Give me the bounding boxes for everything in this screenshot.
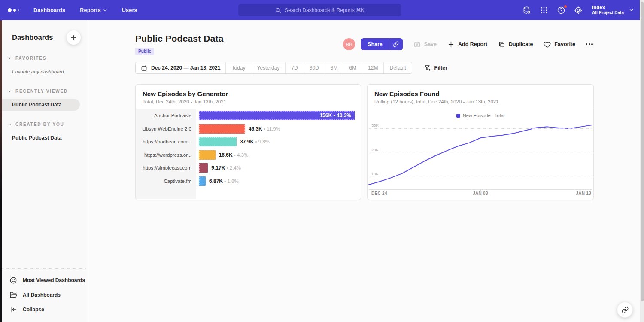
plus-icon	[447, 41, 455, 48]
sidebar-title: Dashboards	[12, 33, 53, 42]
bar-category-label: https://wordpress.or...	[136, 149, 196, 162]
bar-category-label: Anchor Podcasts	[136, 109, 196, 122]
range-preset-today[interactable]: Today	[225, 62, 251, 73]
collapse-icon	[9, 306, 17, 313]
duplicate-icon	[498, 41, 505, 48]
apps-grid-icon[interactable]	[540, 6, 548, 15]
bar-value-label: 37.9K • 9.8%	[240, 139, 270, 145]
filter-button[interactable]: Filter	[424, 64, 448, 71]
save-button[interactable]: Save	[413, 41, 437, 48]
preset-buttons: TodayYesterday7D30D3M6M12MDefault	[225, 62, 411, 73]
chevron-down-icon	[629, 8, 634, 12]
range-preset-30d[interactable]: 30D	[304, 62, 325, 73]
date-controls: Dec 24, 2020 — Jan 13, 2021 TodayYesterd…	[135, 62, 640, 74]
scrollbar-thumb[interactable]	[641, 2, 644, 301]
sidebar-footer: Most Viewed Dashboards All Dashboards Co…	[2, 268, 86, 322]
bar-https-podbean-com[interactable]	[199, 137, 237, 146]
bar-captivate-fm[interactable]	[199, 176, 206, 186]
card-new-episodes-by-generator: New Episodes by Generator Total, Dec 24t…	[135, 84, 361, 200]
notification-dot	[564, 5, 567, 8]
bar-category-label: Captivate.fm	[136, 175, 196, 188]
gridline: 20K	[369, 153, 592, 153]
card-title: New Episodes by Generator	[143, 90, 354, 97]
card-subtitle: Rolling (12 hours), total, Dec 24th, 202…	[374, 99, 586, 104]
plus-icon	[70, 34, 77, 41]
card-subtitle: Total, Dec 24th, 2020 - Jan 13th, 2021	[143, 99, 354, 104]
sidebar-section-created-by-you[interactable]: CREATED BY YOU	[2, 122, 86, 127]
share-link-button[interactable]	[389, 38, 403, 50]
duplicate-button[interactable]: Duplicate	[498, 41, 533, 48]
link-icon	[393, 41, 399, 47]
chevron-down-icon	[8, 122, 12, 126]
collapse-sidebar-button[interactable]: Collapse	[2, 302, 86, 317]
bar-row: 46.3K • 11.9%	[199, 122, 355, 136]
y-tick-label: 10K	[371, 171, 379, 176]
settings-gear-icon[interactable]	[574, 6, 583, 15]
save-icon	[413, 41, 421, 48]
main-content: Public Podcast Data Public RH Share Save…	[86, 20, 640, 322]
range-preset-7d[interactable]: 7D	[285, 62, 303, 73]
scrollbar-track[interactable]	[640, 0, 644, 322]
sidebar-section-favorites[interactable]: FAVORITES	[2, 56, 86, 61]
range-preset-12m[interactable]: 12M	[362, 62, 383, 73]
data-sources-icon[interactable]	[522, 6, 531, 15]
help-icon[interactable]	[557, 6, 565, 15]
favorite-button[interactable]: Favorite	[544, 41, 575, 48]
legend-swatch	[456, 114, 460, 118]
range-preset-default[interactable]: Default	[383, 62, 411, 73]
search-icon	[275, 7, 281, 13]
all-dashboards-link[interactable]: All Dashboards	[2, 288, 86, 302]
filter-funnel-icon	[424, 64, 431, 71]
most-viewed-dashboards-link[interactable]: Most Viewed Dashboards	[2, 273, 86, 288]
chevron-down-icon	[8, 89, 12, 93]
search-input[interactable]: Search Dashboards & Reports ⌘K	[238, 4, 401, 16]
sidebar-item-public-podcast-data[interactable]: Public Podcast Data	[2, 99, 80, 111]
bar-category-label: https://simplecast.com	[136, 161, 196, 175]
bar-category-label: Libsyn WebEngine 2.0	[136, 122, 196, 136]
bar-value-label: 6.87K • 1.8%	[209, 178, 239, 184]
range-preset-6m[interactable]: 6M	[343, 62, 362, 73]
x-axis-labels: DEC 24 JAN 03 JAN 13	[369, 191, 592, 197]
link-icon	[622, 307, 629, 313]
favorites-empty-hint: Favorite any dashboard	[2, 66, 86, 78]
share-split-button: Share	[361, 38, 403, 50]
add-dashboard-button[interactable]	[67, 30, 81, 45]
app-logo-icon[interactable]	[8, 8, 22, 12]
nav-item-users[interactable]: Users	[122, 7, 137, 13]
add-report-button[interactable]: Add Report	[447, 41, 487, 48]
card-new-episodes-found: New Episodes Found Rolling (12 hours), t…	[367, 84, 594, 200]
share-button[interactable]: Share	[361, 38, 389, 50]
search-placeholder: Search Dashboards & Reports ⌘K	[285, 7, 365, 13]
y-tick-label: 30K	[371, 123, 379, 128]
sidebar-item-public-podcast-data-created[interactable]: Public Podcast Data	[2, 132, 86, 144]
nav-item-reports[interactable]: Reports	[80, 7, 107, 13]
date-range-picker[interactable]: Dec 24, 2020 — Jan 13, 2021	[136, 62, 225, 73]
visibility-badge: Public	[135, 48, 154, 55]
bar-value-label: 16.6K • 4.3%	[219, 152, 249, 158]
legend-label: New Episode - Total	[463, 113, 505, 118]
more-options-button[interactable]	[585, 42, 594, 47]
bar-https-wordpress-or[interactable]	[199, 150, 216, 160]
bar-category-label: https://podbean.com...	[136, 135, 196, 149]
bar-row: 37.9K • 9.8%	[199, 135, 355, 149]
line-chart-plot: 30K20K10K	[369, 121, 592, 190]
y-tick-label: 20K	[371, 147, 379, 152]
bar-chart-bars: 156K • 40.3%46.3K • 11.9%37.9K • 9.8%16.…	[196, 109, 361, 199]
x-tick-label: JAN 03	[473, 191, 488, 196]
topbar-right-cluster: Index All Project Data	[522, 4, 640, 16]
avatar[interactable]: RH	[343, 38, 355, 50]
x-tick-label: JAN 13	[576, 191, 591, 196]
range-preset-3m[interactable]: 3M	[325, 62, 343, 73]
sidebar-section-recently-viewed[interactable]: RECENTLY VIEWED	[2, 89, 86, 94]
sidebar: Dashboards FAVORITES Favorite any dashbo…	[2, 20, 86, 322]
workspace-switcher[interactable]: Index All Project Data	[592, 4, 634, 16]
bar-libsyn-webengine-2-0[interactable]	[199, 124, 245, 134]
bar-https-simplecast-com[interactable]	[199, 163, 208, 173]
chart-legend: New Episode - Total	[368, 109, 593, 118]
nav-item-dashboards[interactable]: Dashboards	[33, 7, 65, 13]
date-range-group: Dec 24, 2020 — Jan 13, 2021 TodayYesterd…	[135, 62, 412, 74]
bar-value-label: 156K • 40.3%	[319, 112, 351, 118]
bar-anchor-podcasts[interactable]: 156K • 40.3%	[199, 111, 355, 120]
range-preset-yesterday[interactable]: Yesterday	[251, 62, 285, 73]
share-link-fab[interactable]	[617, 302, 633, 318]
